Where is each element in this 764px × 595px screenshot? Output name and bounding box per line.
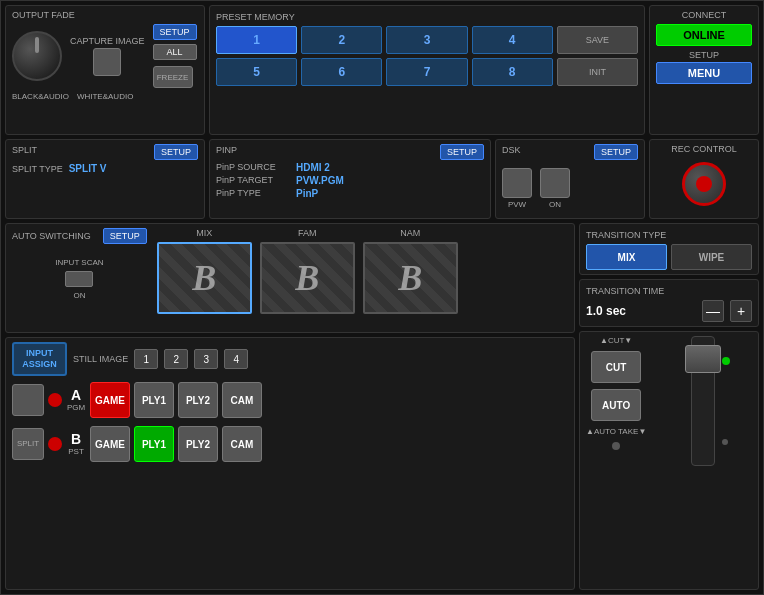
- setup-menu-section: SETUP MENU: [656, 50, 752, 84]
- pgm-bus-letter-area: A PGM: [66, 387, 86, 412]
- rec-button[interactable]: [682, 162, 726, 206]
- input-scan-toggle[interactable]: [65, 271, 93, 287]
- pgm-source-cam[interactable]: CAM: [222, 382, 262, 418]
- still-image-row: INPUT ASSIGN STILL IMAGE 1 2 3 4: [12, 342, 568, 376]
- preview-thumbnails: MIX B FAM B NAM: [157, 228, 568, 314]
- preset-btn-6[interactable]: 6: [301, 58, 382, 86]
- pst-source-ply2[interactable]: PLY2: [178, 426, 218, 462]
- time-minus-button[interactable]: —: [702, 300, 724, 322]
- fam-label: FAM: [298, 228, 317, 238]
- fader-track[interactable]: [691, 336, 715, 466]
- cut-auto-area: ▲CUT▼ CUT AUTO ▲AUTO TAKE▼: [586, 336, 752, 466]
- split-pst-button[interactable]: SPLIT: [12, 428, 44, 460]
- all-button[interactable]: ALL: [153, 44, 197, 60]
- pinp-source-row: PinP SOURCE HDMI 2: [216, 162, 484, 173]
- dsk-on-button[interactable]: [540, 168, 570, 198]
- cut-auto-buttons-col: ▲CUT▼ CUT AUTO ▲AUTO TAKE▼: [586, 336, 646, 450]
- preset-btn-2[interactable]: 2: [301, 26, 382, 54]
- split-type-label: SPLIT TYPE: [12, 164, 63, 174]
- pinp-type-row: PinP TYPE PinP: [216, 188, 484, 199]
- menu-button[interactable]: MENU: [656, 62, 752, 84]
- transition-type-section: TRANSITION TYPE MIX WIPE: [579, 223, 759, 275]
- middle-row: SPLIT SETUP SPLIT TYPE SPLIT V PinP SETU…: [5, 139, 759, 219]
- auto-switching-header: AUTO SWITCHING SETUP: [12, 228, 147, 244]
- pinp-source-value: HDMI 2: [296, 162, 330, 173]
- pgm-bus-sub: PGM: [67, 403, 85, 412]
- pst-source-ply1[interactable]: PLY1: [134, 426, 174, 462]
- still-btn-3[interactable]: 3: [194, 349, 218, 369]
- capture-image-label: CAPTURE IMAGE: [70, 36, 145, 47]
- pinp-target-label: PinP TARGET: [216, 175, 286, 186]
- auto-switching-title: AUTO SWITCHING: [12, 231, 91, 241]
- transition-time-title: TRANSITION TIME: [586, 286, 664, 296]
- mix-trans-button[interactable]: MIX: [586, 244, 667, 270]
- setup-label-connect: SETUP: [656, 50, 752, 60]
- pst-bus-sub: PST: [68, 447, 84, 456]
- pst-bus-letter: B: [66, 431, 86, 447]
- transition-time-section: TRANSITION TIME 1.0 sec — +: [579, 279, 759, 327]
- wipe-trans-button[interactable]: WIPE: [671, 244, 752, 270]
- fader-area: [654, 336, 752, 466]
- left-main: AUTO SWITCHING SETUP INPUT SCAN ON MIX: [5, 223, 575, 590]
- preset-init-button[interactable]: INIT: [557, 58, 638, 86]
- preset-btn-3[interactable]: 3: [386, 26, 467, 54]
- main-area: AUTO SWITCHING SETUP INPUT SCAN ON MIX: [5, 223, 759, 590]
- white-audio-label: WHITE&AUDIO: [77, 92, 133, 101]
- preset-btn-1[interactable]: 1: [216, 26, 297, 54]
- preset-memory-section: PRESET MEMORY 1 2 3 4 SAVE 5 6 7 8 INIT: [209, 5, 645, 135]
- pst-bus-row: SPLIT B PST GAME PLY1 PLY2 CAM: [12, 424, 568, 464]
- transition-type-row: MIX WIPE: [586, 244, 752, 270]
- freeze-button[interactable]: FREEZE: [153, 66, 193, 88]
- connect-title: CONNECT: [656, 10, 752, 20]
- auto-switching-setup-button[interactable]: SETUP: [103, 228, 147, 244]
- input-assign-button[interactable]: INPUT ASSIGN: [12, 342, 67, 376]
- pst-source-cam[interactable]: CAM: [222, 426, 262, 462]
- dsk-header: DSK SETUP: [502, 144, 638, 160]
- pinp-indicator-area: [48, 437, 62, 451]
- pst-source-game[interactable]: GAME: [90, 426, 130, 462]
- split-pgm-button[interactable]: PGM: [12, 384, 44, 416]
- pgm-bus-letter: A: [66, 387, 86, 403]
- pinp-type-value: PinP: [296, 188, 318, 199]
- auto-indicator-row: [612, 442, 620, 450]
- pgm-bus-row: PGM A PGM GAME PLY1 PLY2 CAM: [12, 380, 568, 420]
- cut-button[interactable]: CUT: [591, 351, 641, 383]
- nam-thumb-box[interactable]: B: [363, 242, 458, 314]
- still-btn-4[interactable]: 4: [224, 349, 248, 369]
- pgm-source-ply1[interactable]: PLY1: [134, 382, 174, 418]
- preset-btn-5[interactable]: 5: [216, 58, 297, 86]
- fader-led-green: [722, 357, 730, 365]
- dsk-pvw-button[interactable]: [502, 168, 532, 198]
- input-scan-box: INPUT SCAN ON: [12, 258, 147, 300]
- preset-btn-4[interactable]: 4: [472, 26, 553, 54]
- pinp-setup-button[interactable]: SETUP: [440, 144, 484, 160]
- capture-image-button[interactable]: [93, 48, 121, 76]
- fam-thumb-box[interactable]: B: [260, 242, 355, 314]
- split-header-row: SPLIT SETUP: [12, 144, 198, 160]
- fader-handle[interactable]: [685, 345, 721, 373]
- dsk-setup-button[interactable]: SETUP: [594, 144, 638, 160]
- pgm-indicator: [48, 393, 62, 407]
- auto-button[interactable]: AUTO: [591, 389, 641, 421]
- mix-thumb-box[interactable]: B: [157, 242, 252, 314]
- preset-save-button[interactable]: SAVE: [557, 26, 638, 54]
- fade-labels: BLACK&AUDIO WHITE&AUDIO: [12, 92, 133, 101]
- preset-btn-8[interactable]: 8: [472, 58, 553, 86]
- transition-time-value: 1.0 sec: [586, 304, 696, 318]
- pgm-source-ply2[interactable]: PLY2: [178, 382, 218, 418]
- split-setup-button[interactable]: SETUP: [154, 144, 198, 160]
- nam-label: NAM: [400, 228, 420, 238]
- rec-indicator: [696, 176, 712, 192]
- dsk-on-label: ON: [549, 200, 561, 209]
- still-btn-1[interactable]: 1: [134, 349, 158, 369]
- preset-btn-7[interactable]: 7: [386, 58, 467, 86]
- pgm-source-game[interactable]: GAME: [90, 382, 130, 418]
- online-button[interactable]: ONLINE: [656, 24, 752, 46]
- bus-area: INPUT ASSIGN STILL IMAGE 1 2 3 4 PGM A P…: [5, 337, 575, 590]
- time-plus-button[interactable]: +: [730, 300, 752, 322]
- still-btn-2[interactable]: 2: [164, 349, 188, 369]
- output-fade-knob[interactable]: [12, 31, 62, 81]
- right-panel: TRANSITION TYPE MIX WIPE TRANSITION TIME…: [579, 223, 759, 590]
- fader-led-small: [722, 439, 728, 445]
- setup-button-top[interactable]: SETUP: [153, 24, 197, 40]
